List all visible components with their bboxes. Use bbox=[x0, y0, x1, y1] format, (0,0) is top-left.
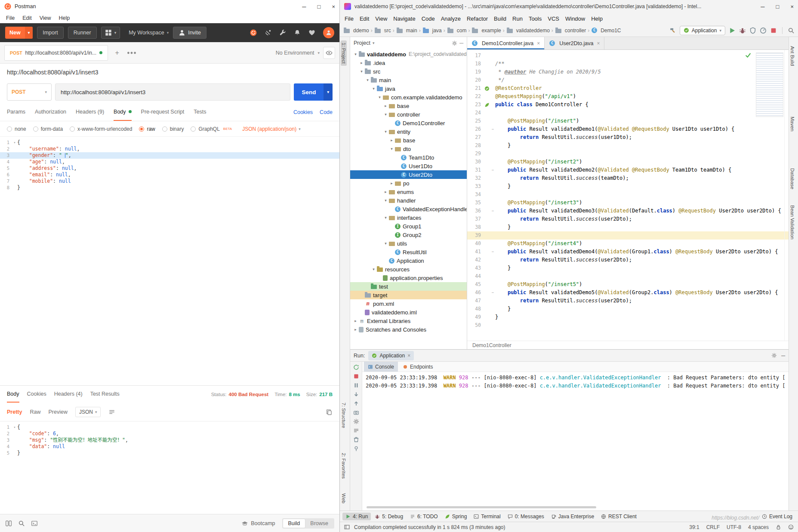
lines-icon[interactable] bbox=[353, 427, 359, 434]
tool-window-button-rest-client[interactable]: REST Client bbox=[598, 513, 640, 520]
gear-icon[interactable] bbox=[353, 418, 359, 424]
bootcamp-button[interactable]: Bootcamp bbox=[241, 520, 275, 527]
tool-window-button-6-todo[interactable]: 6: TODO bbox=[407, 513, 441, 520]
project-tree-item-validateddemo[interactable]: ▾validateddemoE:\project_code\validatedd… bbox=[350, 50, 467, 58]
environment-quicklook-button[interactable] bbox=[323, 47, 335, 59]
code-line[interactable]: 50 bbox=[467, 321, 789, 329]
editor-line[interactable]: 3 "msg": "性别不能为空！地址不能为空！", bbox=[0, 437, 339, 443]
content-type-select[interactable]: JSON (application/json) ▾ bbox=[242, 126, 301, 132]
camera-icon[interactable] bbox=[353, 409, 359, 415]
console-tab-console[interactable]: Console bbox=[364, 362, 398, 372]
settings-icon[interactable] bbox=[452, 40, 457, 46]
settings-wrench-icon[interactable] bbox=[279, 29, 286, 36]
editor-line[interactable]: 1▾{ bbox=[0, 424, 339, 431]
close-icon[interactable]: × bbox=[407, 353, 410, 359]
project-tree-item-java[interactable]: ▾java bbox=[350, 84, 467, 93]
breadcrumb-com[interactable]: com bbox=[447, 28, 467, 34]
tool-window-button-terminal[interactable]: Terminal bbox=[471, 513, 503, 520]
project-tree-item-group2[interactable]: IGroup2 bbox=[350, 231, 467, 239]
response-tab-body[interactable]: Body bbox=[7, 386, 19, 403]
view-preview[interactable]: Preview bbox=[48, 409, 67, 415]
method-select[interactable]: POST ▾ bbox=[7, 83, 52, 101]
project-tree-item-entity[interactable]: ▾entity bbox=[350, 127, 467, 136]
tool-button-bean-validation[interactable]: Bean Validation bbox=[789, 203, 795, 242]
project-tree-item-dto[interactable]: ▾dto bbox=[350, 145, 467, 153]
code-line[interactable]: 27 return ResultUtil.success(user1Dto); bbox=[467, 133, 789, 141]
console-hscrollbar[interactable] bbox=[367, 506, 784, 510]
code-line[interactable]: 21@RestController bbox=[467, 84, 789, 92]
code-line[interactable]: 31− public Result validatedDemo2(@Valida… bbox=[467, 166, 789, 174]
tool-window-button-5-debug[interactable]: 5: Debug bbox=[372, 513, 406, 520]
status-item[interactable]: 39:1 bbox=[689, 524, 699, 530]
code-line[interactable]: 41− public Result validatedDemo4(@Valida… bbox=[467, 248, 789, 256]
editor-tab-user2dto-java[interactable]: CUser2Dto.java× bbox=[545, 37, 604, 49]
body-mode-x-www-form-urlencoded[interactable]: x-www-form-urlencoded bbox=[70, 126, 132, 132]
project-tree-item-group1[interactable]: IGroup1 bbox=[350, 222, 467, 231]
request-tab[interactable]: POST http://localhost:8080/api/v1/in... bbox=[4, 45, 108, 61]
code-line[interactable]: 17 bbox=[467, 52, 789, 60]
code-line[interactable]: 24 bbox=[467, 109, 789, 117]
minimize-panel-button[interactable]: ─ bbox=[781, 353, 785, 359]
environment-selector[interactable]: No Environment ▾ bbox=[276, 47, 335, 59]
project-tree-item--idea[interactable]: ▸.idea bbox=[350, 58, 467, 67]
project-tree-item-base[interactable]: ▸base bbox=[350, 136, 467, 145]
menu-help[interactable]: Help bbox=[588, 14, 606, 23]
project-tree-item-user1dto[interactable]: CUser1Dto bbox=[350, 162, 467, 170]
code-line[interactable]: 18/** bbox=[467, 60, 789, 68]
menu-edit[interactable]: Edit bbox=[357, 14, 372, 23]
code-line[interactable]: 33 } bbox=[467, 182, 789, 191]
tool-button-ant-build[interactable]: Ant Build bbox=[789, 44, 795, 68]
tab-body[interactable]: Body bbox=[114, 103, 132, 121]
view-pretty[interactable]: Pretty bbox=[7, 409, 22, 415]
editor-breadcrumb[interactable]: Demo1Controller bbox=[467, 341, 789, 349]
build-button[interactable]: Build bbox=[283, 519, 305, 528]
breadcrumb-src[interactable]: src bbox=[374, 28, 391, 34]
response-tab-headers-4-[interactable]: Headers (4) bbox=[54, 386, 83, 403]
editor-line[interactable]: 8} bbox=[0, 185, 339, 191]
tool-button-database[interactable]: Database bbox=[789, 166, 795, 191]
copy-icon[interactable] bbox=[326, 409, 333, 415]
code-line[interactable]: 45 @PostMapping("/insert5") bbox=[467, 280, 789, 289]
hammer-icon[interactable] bbox=[669, 27, 676, 34]
breadcrumb-example[interactable]: example bbox=[471, 28, 501, 34]
project-tree-item-team1dto[interactable]: CTeam1Dto bbox=[350, 153, 467, 162]
avatar[interactable] bbox=[323, 27, 334, 38]
menu-file[interactable]: File bbox=[3, 14, 18, 22]
code-line[interactable]: 44 bbox=[467, 272, 789, 280]
tool-window-button-spring[interactable]: Spring bbox=[442, 513, 470, 520]
project-tree-item-application[interactable]: CApplication bbox=[350, 256, 467, 265]
send-dropdown-icon[interactable]: ▾ bbox=[324, 83, 333, 101]
editor-line[interactable]: 5 "address": null, bbox=[0, 165, 339, 172]
code-line[interactable]: 22@RequestMapping("/api/v1") bbox=[467, 92, 789, 101]
menu-navigate[interactable]: Navigate bbox=[390, 14, 418, 23]
stop-icon[interactable] bbox=[353, 373, 359, 379]
status-item[interactable]: CRLF bbox=[706, 524, 720, 530]
code-line[interactable]: 28 } bbox=[467, 141, 789, 150]
menu-build[interactable]: Build bbox=[491, 14, 509, 23]
maximize-button[interactable]: □ bbox=[317, 3, 321, 10]
new-button[interactable]: New ▾ bbox=[5, 27, 33, 39]
tool-window-button-event-log[interactable]: Event Log bbox=[759, 513, 795, 520]
project-tree-item-scratches-and-consoles[interactable]: ▸Scratches and Consoles bbox=[350, 325, 467, 334]
editor-line[interactable]: 2 "username": null, bbox=[0, 146, 339, 152]
tab-options-button[interactable] bbox=[126, 47, 137, 58]
editor-line[interactable]: 6 "email": null, bbox=[0, 172, 339, 178]
notifications-bell-icon[interactable] bbox=[294, 29, 301, 36]
tool-button-maven[interactable]: Maven bbox=[789, 114, 795, 134]
code-line[interactable]: 38 } bbox=[467, 223, 789, 231]
menu-view[interactable]: View bbox=[36, 14, 55, 22]
code-line[interactable]: 36− public Result validatedDemo3(@Valida… bbox=[467, 207, 789, 215]
menu-tools[interactable]: Tools bbox=[526, 14, 545, 23]
code-line[interactable]: 25 @PostMapping("/insert") bbox=[467, 117, 789, 125]
tool-button-2-favorites[interactable]: 2: Favorites bbox=[341, 451, 347, 481]
close-button[interactable]: × bbox=[332, 3, 335, 10]
project-tree-item-application-properties[interactable]: application.properties bbox=[350, 274, 467, 282]
menu-file[interactable]: File bbox=[342, 14, 357, 23]
editor-line[interactable]: 3 "gender": " ", bbox=[0, 152, 339, 159]
trash-icon[interactable] bbox=[353, 437, 359, 443]
tool-button-7-structure[interactable]: 7: Structure bbox=[341, 400, 347, 430]
breadcrumb-main[interactable]: main bbox=[396, 28, 417, 34]
tool-window-button-0-messages[interactable]: 0: Messages bbox=[505, 513, 547, 520]
code-line[interactable]: 32 return ResultUtil.success(teamDto); bbox=[467, 174, 789, 182]
tab-tests[interactable]: Tests bbox=[194, 103, 206, 121]
